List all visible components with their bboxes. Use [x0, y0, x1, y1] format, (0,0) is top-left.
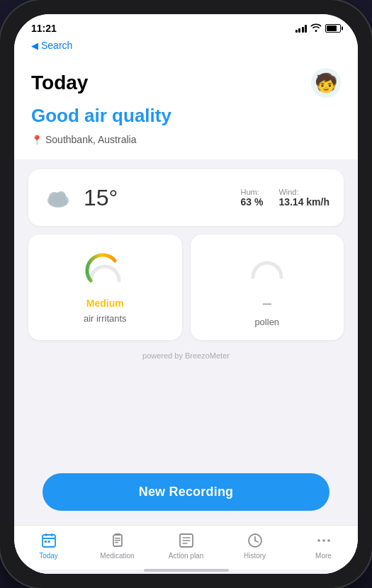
location-text: Southbank, Australia: [45, 134, 136, 145]
header-section: Today 🧒 Good air quality 📍 Southbank, Au…: [14, 57, 358, 159]
tab-more-label: More: [315, 552, 332, 560]
svg-point-3: [49, 197, 67, 207]
pollen-gauge: [246, 247, 288, 290]
today-icon: [40, 531, 58, 550]
tab-medication[interactable]: Medication: [83, 531, 152, 560]
air-quality-title: Good air quality: [31, 105, 341, 127]
tab-bar: Today Medication: [14, 525, 358, 570]
pollen-label: pollen: [254, 317, 279, 327]
header-row: Today 🧒: [31, 68, 341, 98]
wind-label: Wind:: [278, 188, 329, 196]
tab-today[interactable]: Today: [14, 531, 83, 560]
wind-detail: Wind: 13.14 km/h: [278, 188, 329, 208]
back-arrow-icon: ◀: [31, 40, 38, 51]
cloud-icon: [43, 182, 74, 213]
air-irritants-card: Medium air irritants: [28, 234, 182, 340]
screen-content: Today 🧒 Good air quality 📍 Southbank, Au…: [14, 57, 358, 574]
spacer: [14, 378, 358, 462]
svg-rect-9: [47, 541, 50, 543]
svg-rect-8: [45, 541, 47, 543]
svg-rect-5: [43, 538, 55, 539]
avatar-emoji: 🧒: [315, 74, 337, 92]
svg-point-22: [317, 539, 320, 542]
phone-screen: 11:21 ◀ Search: [14, 14, 358, 574]
air-irritants-gauge: [84, 251, 126, 293]
tab-history-label: History: [244, 552, 266, 560]
svg-point-23: [322, 539, 325, 542]
back-label[interactable]: Search: [41, 40, 72, 51]
signal-icon: [295, 24, 308, 33]
env-cards-row: Medium air irritants – pollen: [28, 234, 344, 340]
battery-icon: [325, 24, 341, 33]
status-bar: 11:21: [14, 14, 358, 38]
wifi-icon: [310, 23, 322, 34]
tab-more[interactable]: More: [289, 531, 358, 560]
status-time: 11:21: [31, 23, 57, 34]
home-indicator: [14, 570, 358, 574]
avatar[interactable]: 🧒: [311, 68, 341, 98]
temperature: 15°: [84, 185, 118, 211]
svg-rect-12: [115, 538, 120, 539]
svg-rect-13: [115, 540, 120, 541]
tab-action-plan[interactable]: Action plan: [152, 531, 220, 560]
location-row: 📍 Southbank, Australia: [31, 134, 341, 145]
cta-section: New Recording: [14, 462, 358, 525]
new-recording-button[interactable]: New Recording: [43, 473, 329, 511]
weather-card: 15° Hum: 63 % Wind: 13.14 km/h: [28, 169, 344, 226]
svg-rect-7: [51, 533, 52, 536]
svg-line-21: [255, 541, 258, 542]
action-plan-icon: [177, 531, 196, 550]
phone-frame: 11:21 ◀ Search: [0, 0, 372, 588]
svg-rect-14: [115, 542, 118, 543]
cards-section: 15° Hum: 63 % Wind: 13.14 km/h: [14, 159, 358, 378]
air-irritants-status: Medium: [86, 298, 124, 309]
svg-point-24: [327, 539, 330, 542]
tab-action-plan-label: Action plan: [169, 552, 203, 560]
tab-history[interactable]: History: [220, 531, 289, 560]
pollen-value: –: [263, 294, 271, 312]
svg-rect-6: [45, 533, 47, 536]
air-irritants-label: air irritants: [84, 313, 127, 324]
location-pin-icon: 📍: [31, 135, 43, 145]
home-bar: [144, 569, 229, 572]
page-title: Today: [31, 72, 88, 94]
history-icon: [246, 531, 264, 550]
nav-back[interactable]: ◀ Search: [14, 38, 358, 57]
humidity-label: Hum:: [240, 188, 263, 196]
status-icons: [295, 23, 342, 34]
medication-icon: [108, 531, 127, 550]
humidity-detail: Hum: 63 %: [240, 188, 263, 208]
tab-medication-label: Medication: [100, 552, 134, 560]
pollen-card: – pollen: [191, 234, 344, 340]
tab-today-label: Today: [39, 552, 58, 560]
weather-details: Hum: 63 % Wind: 13.14 km/h: [240, 188, 329, 208]
humidity-value: 63 %: [240, 196, 263, 208]
wind-value: 13.14 km/h: [278, 196, 329, 208]
more-icon: [315, 531, 333, 550]
powered-by: powered by BreezoMeter: [28, 349, 344, 368]
